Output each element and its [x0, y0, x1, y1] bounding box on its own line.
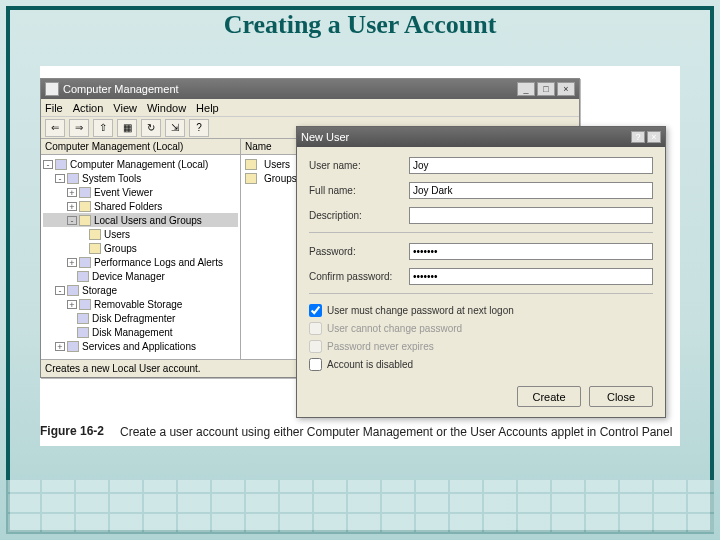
tree-device-manager[interactable]: Device Manager: [43, 269, 238, 283]
folder-icon: [79, 201, 91, 212]
confirm-password-field[interactable]: [409, 268, 653, 285]
menu-action[interactable]: Action: [73, 102, 104, 114]
tree: -Computer Management (Local) -System Too…: [41, 155, 240, 355]
expand-icon[interactable]: +: [67, 258, 77, 267]
never-expires-label: Password never expires: [327, 341, 434, 352]
minimize-button[interactable]: _: [517, 82, 535, 96]
label-fullname: Full name:: [309, 185, 409, 196]
tree-shared-folders[interactable]: +Shared Folders: [43, 199, 238, 213]
close-button[interactable]: ×: [557, 82, 575, 96]
device-icon: [77, 271, 89, 282]
close-button[interactable]: Close: [589, 386, 653, 407]
account-disabled-checkbox[interactable]: [309, 358, 322, 371]
expand-icon[interactable]: -: [55, 286, 65, 295]
computer-icon: [55, 159, 67, 170]
cm-title-text: Computer Management: [63, 83, 179, 95]
must-change-label: User must change password at next logon: [327, 305, 514, 316]
cm-menubar: File Action View Window Help: [41, 99, 579, 117]
expand-icon[interactable]: +: [55, 342, 65, 351]
separator: [309, 293, 653, 294]
cm-titlebar: Computer Management _ □ ×: [41, 79, 579, 99]
folder-icon: [245, 173, 257, 184]
storage-icon: [67, 285, 79, 296]
tree-perf-logs[interactable]: +Performance Logs and Alerts: [43, 255, 238, 269]
tree-root[interactable]: -Computer Management (Local): [43, 157, 238, 171]
app-icon: [45, 82, 59, 96]
figure-caption: Figure 16-2 Create a user account using …: [40, 424, 680, 440]
separator: [309, 232, 653, 233]
status-text: Creates a new Local User account.: [45, 363, 201, 374]
expand-icon[interactable]: +: [67, 300, 77, 309]
expand-icon[interactable]: -: [67, 216, 77, 225]
label-password: Password:: [309, 246, 409, 257]
menu-window[interactable]: Window: [147, 102, 186, 114]
removable-icon: [79, 299, 91, 310]
tree-groups[interactable]: Groups: [43, 241, 238, 255]
label-description: Description:: [309, 210, 409, 221]
tree-header: Computer Management (Local): [41, 139, 240, 155]
tree-pane: Computer Management (Local) -Computer Ma…: [41, 139, 241, 359]
disk-icon: [77, 327, 89, 338]
tools-icon: [67, 173, 79, 184]
label-confirm-password: Confirm password:: [309, 271, 409, 282]
tree-users[interactable]: Users: [43, 227, 238, 241]
menu-view[interactable]: View: [113, 102, 137, 114]
menu-help[interactable]: Help: [196, 102, 219, 114]
decorative-circuit-art: [6, 480, 714, 534]
new-user-dialog: New User ? × User name: Full name: Descr…: [296, 126, 666, 418]
export-button[interactable]: ⇲: [165, 119, 185, 137]
expand-icon[interactable]: -: [55, 174, 65, 183]
dialog-close-button[interactable]: ×: [647, 131, 661, 143]
tree-event-viewer[interactable]: +Event Viewer: [43, 185, 238, 199]
figure-text: Create a user account using either Compu…: [120, 424, 680, 440]
description-field[interactable]: [409, 207, 653, 224]
tree-local-users[interactable]: -Local Users and Groups: [43, 213, 238, 227]
back-button[interactable]: ⇐: [45, 119, 65, 137]
label-username: User name:: [309, 160, 409, 171]
folder-icon: [245, 159, 257, 170]
tree-defrag[interactable]: Disk Defragmenter: [43, 311, 238, 325]
tree-system-tools[interactable]: -System Tools: [43, 171, 238, 185]
username-field[interactable]: [409, 157, 653, 174]
create-button[interactable]: Create: [517, 386, 581, 407]
defrag-icon: [77, 313, 89, 324]
slide-title: Creating a User Account: [0, 10, 720, 40]
event-icon: [79, 187, 91, 198]
must-change-checkbox[interactable]: [309, 304, 322, 317]
figure-label: Figure 16-2: [40, 424, 104, 440]
tree-services[interactable]: +Services and Applications: [43, 339, 238, 353]
perf-icon: [79, 257, 91, 268]
tree-storage[interactable]: -Storage: [43, 283, 238, 297]
services-icon: [67, 341, 79, 352]
figure-area: Computer Management _ □ × File Action Vi…: [40, 66, 680, 446]
cannot-change-label: User cannot change password: [327, 323, 462, 334]
tree-removable[interactable]: +Removable Storage: [43, 297, 238, 311]
cannot-change-checkbox: [309, 322, 322, 335]
folder-icon: [89, 229, 101, 240]
tree-diskmgmt[interactable]: Disk Management: [43, 325, 238, 339]
dlg-title-text: New User: [301, 131, 349, 143]
forward-button[interactable]: ⇒: [69, 119, 89, 137]
maximize-button[interactable]: □: [537, 82, 555, 96]
users-group-icon: [79, 215, 91, 226]
up-button[interactable]: ⇧: [93, 119, 113, 137]
expand-icon[interactable]: -: [43, 160, 53, 169]
expand-icon[interactable]: +: [67, 202, 77, 211]
folder-icon: [89, 243, 101, 254]
help-button[interactable]: ?: [189, 119, 209, 137]
dlg-titlebar: New User ? ×: [297, 127, 665, 147]
account-disabled-label: Account is disabled: [327, 359, 413, 370]
view-button[interactable]: ▦: [117, 119, 137, 137]
menu-file[interactable]: File: [45, 102, 63, 114]
expand-icon[interactable]: +: [67, 188, 77, 197]
never-expires-checkbox: [309, 340, 322, 353]
password-field[interactable]: [409, 243, 653, 260]
dialog-help-button[interactable]: ?: [631, 131, 645, 143]
fullname-field[interactable]: [409, 182, 653, 199]
refresh-button[interactable]: ↻: [141, 119, 161, 137]
